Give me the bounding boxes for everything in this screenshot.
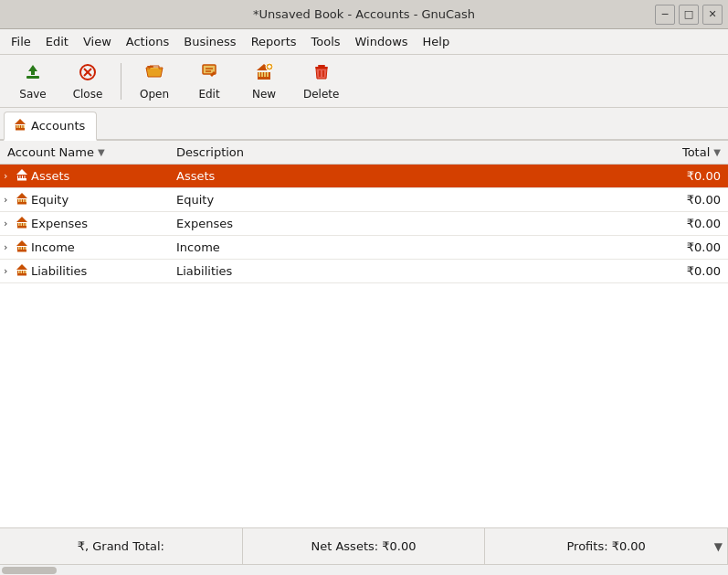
menu-file[interactable]: File xyxy=(4,32,38,51)
close-window-button[interactable]: ✕ xyxy=(702,5,723,25)
svg-rect-36 xyxy=(26,176,27,178)
account-icon xyxy=(16,240,28,255)
save-button[interactable]: Save xyxy=(7,59,58,104)
table-body: › Assets Assets ₹ xyxy=(0,165,728,527)
menu-actions[interactable]: Actions xyxy=(119,32,177,51)
table-row[interactable]: › Equity Equity ₹ xyxy=(0,188,728,212)
description-value: Liabilities xyxy=(176,264,232,278)
account-name-cell: › Liabilities xyxy=(0,263,169,279)
edit-label: Edit xyxy=(198,88,219,101)
profits-label: Profits: ₹0.00 xyxy=(566,539,645,553)
svg-rect-47 xyxy=(18,223,20,226)
menu-reports[interactable]: Reports xyxy=(244,32,304,51)
edit-icon xyxy=(199,61,219,85)
net-assets-label: Net Assets: ₹0.00 xyxy=(311,539,417,553)
svg-rect-35 xyxy=(23,176,25,178)
close-button[interactable]: Close xyxy=(62,59,113,104)
total-col-label: Total xyxy=(682,145,710,159)
svg-rect-26 xyxy=(16,125,18,128)
account-icon xyxy=(16,168,28,184)
svg-rect-61 xyxy=(18,271,20,273)
expand-arrow[interactable]: › xyxy=(4,194,13,206)
description-cell: Liabilities xyxy=(169,264,591,278)
svg-rect-52 xyxy=(17,227,26,229)
menu-view[interactable]: View xyxy=(76,32,119,51)
svg-marker-44 xyxy=(16,193,27,198)
svg-rect-33 xyxy=(18,176,20,178)
edit-button[interactable]: Edit xyxy=(184,59,235,104)
statusbar-expand-button[interactable]: ▼ xyxy=(714,540,723,553)
description-cell: Expenses xyxy=(169,217,591,230)
expand-arrow[interactable]: › xyxy=(4,265,13,277)
expand-arrow[interactable]: › xyxy=(4,241,13,253)
description-cell: Income xyxy=(169,240,591,254)
description-col-label: Description xyxy=(176,145,244,159)
account-name-cell: › Equity xyxy=(0,192,169,208)
menu-edit[interactable]: Edit xyxy=(38,32,76,51)
column-header-total[interactable]: Total ▼ xyxy=(591,141,728,164)
account-name-cell: › Expenses xyxy=(0,216,169,231)
close-icon xyxy=(78,62,98,85)
description-value: Assets xyxy=(176,169,215,183)
account-icon xyxy=(16,192,28,208)
menubar: File Edit View Actions Business Reports … xyxy=(0,29,728,55)
window-title: *Unsaved Book - Accounts - GnuCash xyxy=(253,7,475,21)
account-name-value: Assets xyxy=(31,169,69,183)
close-label: Close xyxy=(73,88,103,101)
svg-rect-27 xyxy=(19,125,21,128)
account-name-value: Expenses xyxy=(31,217,88,230)
total-value: ₹0.00 xyxy=(687,240,721,254)
open-icon xyxy=(144,61,164,85)
total-cell: ₹0.00 xyxy=(591,264,728,278)
main-content: Account Name ▼ Description Total ▼ › xyxy=(0,141,728,527)
table-row[interactable]: › Income Income ₹ xyxy=(0,236,728,260)
svg-rect-59 xyxy=(17,250,26,252)
account-name-value: Equity xyxy=(31,193,69,207)
menu-tools[interactable]: Tools xyxy=(304,32,348,51)
account-icon xyxy=(16,263,28,279)
svg-rect-38 xyxy=(17,179,26,181)
svg-rect-62 xyxy=(21,271,23,273)
svg-rect-42 xyxy=(23,199,25,202)
svg-rect-34 xyxy=(21,176,23,178)
minimize-button[interactable]: ─ xyxy=(655,5,675,25)
total-value: ₹0.00 xyxy=(687,169,721,183)
table-row[interactable]: › Liabilities Liabilities xyxy=(0,260,728,283)
new-icon xyxy=(254,61,274,85)
column-header-description[interactable]: Description xyxy=(169,141,591,164)
horizontal-scrollbar[interactable] xyxy=(0,564,728,575)
description-cell: Assets xyxy=(169,169,591,183)
new-button[interactable]: New xyxy=(238,59,290,104)
delete-icon xyxy=(311,61,332,85)
svg-rect-55 xyxy=(21,247,23,250)
grand-total-section: ₹, Grand Total: xyxy=(0,528,243,564)
svg-rect-13 xyxy=(261,72,263,77)
svg-rect-45 xyxy=(17,203,26,205)
svg-rect-49 xyxy=(23,223,25,226)
menu-help[interactable]: Help xyxy=(416,32,458,51)
open-button[interactable]: Open xyxy=(129,59,180,104)
table-row[interactable]: › Assets Assets ₹ xyxy=(0,165,728,188)
accounts-tab[interactable]: Accounts xyxy=(4,112,97,141)
svg-rect-50 xyxy=(26,223,27,226)
open-label: Open xyxy=(140,88,169,101)
menu-windows[interactable]: Windows xyxy=(348,32,416,51)
svg-rect-64 xyxy=(26,271,27,273)
svg-rect-28 xyxy=(21,125,23,128)
toolbar-separator-1 xyxy=(121,63,121,100)
expand-arrow[interactable]: › xyxy=(4,170,13,182)
delete-label: Delete xyxy=(303,88,339,101)
table-row[interactable]: › Expenses Expenses xyxy=(0,212,728,236)
svg-rect-21 xyxy=(318,65,325,67)
account-name-value: Income xyxy=(31,240,75,254)
menu-business[interactable]: Business xyxy=(176,32,243,51)
scrollbar-thumb[interactable] xyxy=(2,567,57,574)
expand-arrow[interactable]: › xyxy=(4,218,13,229)
account-name-sort-arrow: ▼ xyxy=(98,147,105,157)
maximize-button[interactable]: □ xyxy=(679,5,699,25)
column-header-account-name[interactable]: Account Name ▼ xyxy=(0,141,169,164)
svg-rect-63 xyxy=(23,271,25,273)
total-value: ₹0.00 xyxy=(687,264,721,278)
delete-button[interactable]: Delete xyxy=(293,59,349,104)
account-icon xyxy=(16,216,28,231)
